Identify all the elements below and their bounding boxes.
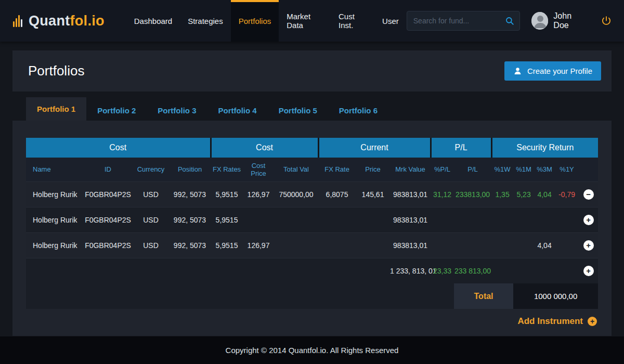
cell-mrk-value: 983813,01 bbox=[390, 181, 431, 207]
power-icon[interactable] bbox=[601, 16, 612, 26]
col-cost-price: Cost Price bbox=[243, 158, 274, 181]
cell-position: 992, 5073 bbox=[169, 207, 211, 232]
cell-pct-pl bbox=[431, 207, 454, 232]
portfolio-tabs: Portfolio 1 Portfolio 2 Portfolio 3 Port… bbox=[26, 98, 612, 121]
total-filler bbox=[26, 283, 454, 309]
cell-name: Holberg Rurik bbox=[26, 232, 83, 258]
collapse-row-button[interactable]: − bbox=[583, 189, 594, 200]
col-3m: %3M bbox=[534, 158, 555, 181]
table-row: Holberg Rurik F0GBR04P2S USD 992, 5073 5… bbox=[26, 181, 598, 207]
expand-row-button[interactable]: + bbox=[583, 240, 594, 251]
group-header-pl: P/L bbox=[431, 138, 491, 158]
cell-fx-rates: 5,9515 bbox=[211, 232, 243, 258]
col-fx-rate: FX Rate bbox=[318, 158, 356, 181]
person-icon bbox=[513, 67, 522, 75]
column-header-row: Name ID Currency Position FX Rates Cost … bbox=[26, 158, 598, 181]
total-value: 1000 000,00 bbox=[513, 283, 598, 309]
add-instrument-label: Add Instrument bbox=[517, 316, 583, 327]
nav-item-market-data[interactable]: Market Data bbox=[279, 0, 331, 42]
search-box bbox=[407, 11, 520, 31]
cell-actions: + bbox=[579, 258, 598, 283]
cell-currency: USD bbox=[133, 181, 169, 207]
total-label: Total bbox=[454, 283, 513, 309]
cell-total-val bbox=[274, 207, 318, 232]
cell-fx-rates: 5,9515 bbox=[211, 181, 243, 207]
table-row: Holberg Rurik F0GBR04P2S USD 992, 5073 5… bbox=[26, 207, 598, 232]
nav-item-strategies[interactable]: Strategies bbox=[180, 0, 231, 42]
col-price: Price bbox=[356, 158, 390, 181]
footer: Copyright © 2014 Quantfol.io. All Rights… bbox=[0, 336, 624, 364]
main-nav: Dashboard Strategies Portfolios Market D… bbox=[126, 0, 407, 42]
cell-1m bbox=[513, 207, 534, 232]
page-header: Portfolios Create your Profile bbox=[12, 50, 612, 92]
cell-1m: 5,23 bbox=[513, 181, 534, 207]
cell-actions: + bbox=[579, 207, 598, 232]
expand-row-button[interactable]: + bbox=[583, 215, 594, 225]
cell-price bbox=[356, 207, 390, 232]
col-total-val: Total Val bbox=[274, 158, 318, 181]
col-actions bbox=[579, 158, 598, 181]
cell-id: F0GBR04P2S bbox=[83, 232, 133, 258]
cell-name: Holberg Rurik bbox=[26, 181, 83, 207]
col-1w: %1W bbox=[491, 158, 513, 181]
cell-mrk-value: 983813,01 bbox=[390, 207, 431, 232]
cell-1y: -0,79 bbox=[555, 181, 579, 207]
tab-portfolio-3[interactable]: Portfolio 3 bbox=[147, 100, 207, 121]
tab-portfolio-6[interactable]: Portfolio 6 bbox=[328, 100, 388, 121]
group-header-row: Cost Cost Current P/L Security Return bbox=[26, 138, 598, 158]
col-currency: Currency bbox=[133, 158, 169, 181]
col-mrk-value: Mrk Value bbox=[390, 158, 431, 181]
cell-name: Holberg Rurik bbox=[26, 207, 83, 232]
tab-portfolio-5[interactable]: Portfolio 5 bbox=[268, 100, 328, 121]
col-fx-rates: FX Rates bbox=[211, 158, 243, 181]
search-input[interactable] bbox=[413, 17, 505, 25]
create-profile-label: Create your Profile bbox=[527, 67, 592, 75]
cell-pl bbox=[454, 232, 491, 258]
main-content: Portfolios Create your Profile Portfolio… bbox=[0, 42, 624, 336]
table-row: Holberg Rurik F0GBR04P2S USD 992, 5073 5… bbox=[26, 232, 598, 258]
aggregate-filler bbox=[26, 258, 390, 283]
group-header-current: Current bbox=[318, 138, 431, 158]
col-pl: P/L bbox=[454, 158, 491, 181]
cell-pl: 233813,00 bbox=[454, 181, 491, 207]
cell-pl bbox=[454, 207, 491, 232]
nav-item-dashboard[interactable]: Dashboard bbox=[126, 0, 180, 42]
cell-actions: − bbox=[579, 181, 598, 207]
cell-1w bbox=[491, 207, 513, 232]
expand-row-button[interactable]: + bbox=[583, 266, 594, 276]
col-position: Position bbox=[169, 158, 211, 181]
col-name: Name bbox=[26, 158, 83, 181]
cell-1w bbox=[491, 232, 513, 258]
group-header-cost-2: Cost bbox=[211, 138, 318, 158]
aggregate-pct-pl: 23,33 bbox=[431, 258, 454, 283]
col-1y: %1Y bbox=[555, 158, 579, 181]
group-header-security-return: Security Return bbox=[491, 138, 598, 158]
nav-item-user[interactable]: User bbox=[374, 0, 407, 42]
logo[interactable]: Quantfol.io bbox=[12, 13, 105, 29]
cell-actions: + bbox=[579, 232, 598, 258]
cell-fx-rate bbox=[318, 207, 356, 232]
cell-fx-rate: 6,8075 bbox=[318, 181, 356, 207]
cell-currency: USD bbox=[133, 232, 169, 258]
cell-id: F0GBR04P2S bbox=[83, 181, 133, 207]
cell-price bbox=[356, 232, 390, 258]
cell-total-val bbox=[274, 232, 318, 258]
nav-item-portfolios[interactable]: Portfolios bbox=[231, 0, 279, 42]
nav-item-cust-inst[interactable]: Cust Inst. bbox=[331, 0, 374, 42]
create-profile-button[interactable]: Create your Profile bbox=[504, 61, 601, 81]
tab-portfolio-2[interactable]: Portfolio 2 bbox=[86, 100, 147, 121]
cell-cost-price bbox=[243, 207, 274, 232]
cell-fx-rate bbox=[318, 232, 356, 258]
user-avatar[interactable] bbox=[531, 12, 549, 30]
search-icon[interactable] bbox=[505, 16, 514, 25]
cell-id: F0GBR04P2S bbox=[83, 207, 133, 232]
total-row: Total 1000 000,00 bbox=[26, 283, 598, 309]
group-header-cost-1: Cost bbox=[26, 138, 211, 158]
tab-portfolio-4[interactable]: Portfolio 4 bbox=[207, 100, 268, 121]
col-1m: %1M bbox=[513, 158, 534, 181]
cell-currency: USD bbox=[133, 207, 169, 232]
tab-portfolio-1[interactable]: Portfolio 1 bbox=[26, 97, 86, 121]
page-title: Portfolios bbox=[28, 63, 84, 79]
cell-total-val: 750000,00 bbox=[274, 181, 318, 207]
add-instrument-button[interactable]: Add Instrument + bbox=[26, 316, 598, 327]
